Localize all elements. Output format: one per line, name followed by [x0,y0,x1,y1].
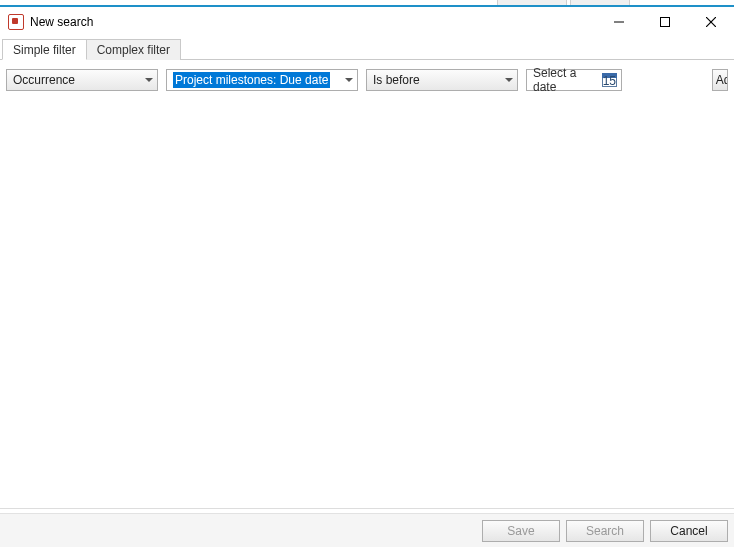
save-button[interactable]: Save [482,520,560,542]
occurrence-label: Occurrence [13,73,75,87]
add-button-label: Ad [716,73,728,87]
operator-dropdown[interactable]: Is before [366,69,518,91]
add-button[interactable]: Ad [712,69,728,91]
footer: Save Search Cancel [0,513,734,547]
maximize-button[interactable] [642,7,688,37]
window-title: New search [30,15,93,29]
save-button-label: Save [507,524,534,538]
cancel-button-label: Cancel [670,524,707,538]
minimize-button[interactable] [596,7,642,37]
search-button-label: Search [586,524,624,538]
date-placeholder: Select a date [533,66,596,94]
cancel-button[interactable]: Cancel [650,520,728,542]
search-button[interactable]: Search [566,520,644,542]
calendar-icon: 15 [602,73,617,87]
tab-simple-filter[interactable]: Simple filter [2,39,87,60]
chevron-down-icon [145,78,153,82]
minimize-icon [614,17,624,27]
titlebar: New search [0,7,734,37]
tab-complex-filter[interactable]: Complex filter [86,39,181,60]
date-picker[interactable]: Select a date 15 [526,69,622,91]
field-dropdown[interactable]: Project milestones: Due date [166,69,358,91]
field-value: Project milestones: Due date [173,72,330,88]
chevron-down-icon [345,78,353,82]
operator-value: Is before [373,73,420,87]
svg-rect-1 [661,18,670,27]
close-button[interactable] [688,7,734,37]
close-icon [706,17,716,27]
maximize-icon [660,17,670,27]
occurrence-dropdown[interactable]: Occurrence [6,69,158,91]
results-area [0,92,734,509]
chevron-down-icon [505,78,513,82]
filter-row: Occurrence Project milestones: Due date … [0,66,734,94]
filter-tabs: Simple filter Complex filter [0,38,734,60]
app-icon [8,14,24,30]
